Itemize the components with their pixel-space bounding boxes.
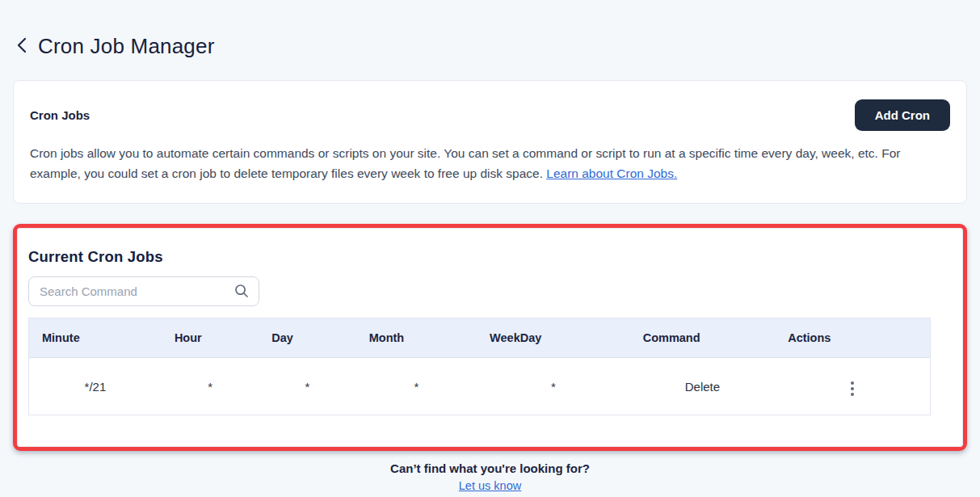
search-command-wrap <box>28 276 259 306</box>
page-header: Cron Job Manager <box>15 34 967 59</box>
cell-month: * <box>356 358 477 415</box>
table-row: */21 * * * * Delete <box>29 358 930 415</box>
page-title: Cron Job Manager <box>38 34 215 59</box>
column-header-actions: Actions <box>775 318 930 358</box>
cron-info-card: Cron Jobs Add Cron Cron jobs allow you t… <box>13 80 967 204</box>
learn-about-cron-jobs-link[interactable]: Learn about Cron Jobs. <box>546 166 677 180</box>
description-text: Cron jobs allow you to automate certain … <box>30 146 900 180</box>
cron-job-manager-page: Cron Job Manager Cron Jobs Add Cron Cron… <box>0 34 980 493</box>
current-cron-jobs-card: Current Cron Jobs M <box>17 228 963 447</box>
info-card-heading: Cron Jobs <box>30 108 90 122</box>
cell-actions <box>775 358 930 415</box>
cron-jobs-table: Minute Hour Day Month WeekDay Command Ac… <box>28 318 931 415</box>
row-actions-button[interactable] <box>846 378 859 399</box>
column-header-day: Day <box>259 318 355 358</box>
table-header-row: Minute Hour Day Month WeekDay Command Ac… <box>29 318 930 358</box>
info-card-description: Cron jobs allow you to automate certain … <box>30 143 950 183</box>
cell-weekday: * <box>477 358 630 415</box>
kebab-menu-icon <box>851 381 854 396</box>
current-cron-jobs-heading: Current Cron Jobs <box>28 248 952 266</box>
column-header-month: Month <box>356 318 477 358</box>
column-header-hour: Hour <box>162 318 259 358</box>
footer-question: Can’t find what you're looking for? <box>13 461 967 475</box>
highlight-outline: Current Cron Jobs M <box>13 224 967 451</box>
cell-day: * <box>259 358 355 415</box>
add-cron-button[interactable]: Add Cron <box>855 99 950 131</box>
table-header: Minute Hour Day Month WeekDay Command Ac… <box>29 318 930 358</box>
search-command-input[interactable] <box>28 276 259 306</box>
cell-command: Delete <box>630 358 776 415</box>
cell-minute: */21 <box>29 358 162 415</box>
info-card-header-row: Cron Jobs Add Cron <box>30 99 950 131</box>
back-button[interactable] <box>15 36 29 57</box>
column-header-minute: Minute <box>29 318 162 358</box>
column-header-weekday: WeekDay <box>477 318 630 358</box>
column-header-command: Command <box>630 318 776 358</box>
chevron-left-icon <box>15 36 29 57</box>
let-us-know-link[interactable]: Let us know <box>459 479 521 492</box>
cell-hour: * <box>162 358 259 415</box>
page-footer: Can’t find what you're looking for? Let … <box>13 461 967 493</box>
